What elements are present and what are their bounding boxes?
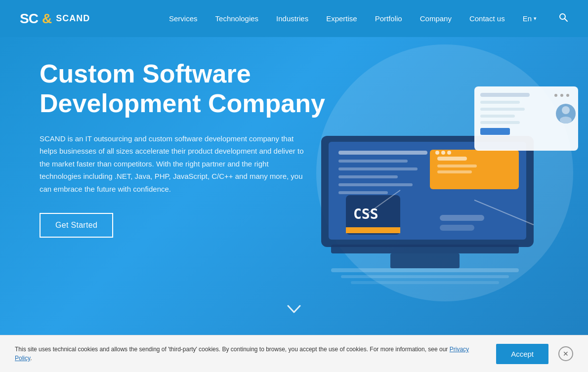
cookie-text: This site uses technical cookies and all… — [15, 345, 486, 363]
svg-rect-18 — [480, 93, 530, 97]
svg-rect-20 — [480, 108, 525, 111]
svg-point-26 — [566, 94, 569, 97]
logo-sc: SC — [20, 11, 38, 27]
cookie-banner: This site uses technical cookies and all… — [0, 335, 588, 372]
hero-description: SCAND is an IT outsourcing and custom so… — [40, 132, 311, 196]
svg-rect-39 — [351, 281, 499, 284]
svg-rect-1 — [390, 253, 460, 268]
svg-rect-21 — [480, 115, 515, 118]
accept-cookies-button[interactable]: Accept — [496, 344, 548, 364]
get-started-button[interactable]: Get Started — [40, 213, 113, 238]
svg-rect-12 — [437, 165, 477, 167]
svg-rect-22 — [480, 121, 520, 124]
close-cookie-button[interactable]: ✕ — [558, 346, 573, 361]
main-nav: Services Technologies Industries Experti… — [169, 12, 568, 25]
svg-rect-23 — [480, 128, 510, 135]
logo-ampersand: & — [42, 11, 52, 27]
search-button[interactable] — [558, 12, 568, 25]
nav-item-portfolio[interactable]: Portfolio — [375, 14, 402, 23]
svg-point-25 — [560, 94, 563, 97]
nav-item-services[interactable]: Services — [169, 14, 198, 23]
nav-item-technologies[interactable]: Technologies — [215, 14, 259, 23]
close-icon: ✕ — [563, 350, 569, 358]
svg-point-16 — [447, 151, 451, 155]
logo-name: SCAND — [56, 13, 90, 24]
scroll-down-button[interactable] — [287, 302, 301, 318]
nav-item-expertise[interactable]: Expertise — [326, 14, 357, 23]
nav-item-industries[interactable]: Industries — [276, 14, 308, 23]
language-selector[interactable]: En ▾ — [523, 14, 537, 23]
hero-content: Custom Software Development Company SCAN… — [40, 59, 385, 238]
hero-title: Custom Software Development Company — [40, 59, 385, 119]
svg-line-41 — [565, 19, 568, 22]
logo-area[interactable]: SC& SCAND — [20, 11, 90, 27]
svg-rect-37 — [331, 268, 519, 272]
nav-item-company[interactable]: Company — [420, 14, 452, 23]
svg-rect-10 — [430, 150, 519, 189]
cookie-text-main: This site uses technical cookies and all… — [15, 346, 448, 353]
chevron-down-scroll-icon — [287, 304, 301, 314]
svg-rect-19 — [480, 101, 520, 104]
svg-rect-36 — [440, 225, 474, 231]
svg-point-29 — [560, 117, 572, 124]
main-header: SC& SCAND Services Technologies Industri… — [0, 0, 588, 37]
svg-rect-38 — [341, 275, 509, 278]
svg-rect-35 — [440, 215, 484, 221]
svg-rect-11 — [437, 157, 467, 161]
svg-point-28 — [562, 106, 570, 114]
nav-item-contact[interactable]: Contact us — [469, 14, 505, 23]
svg-point-24 — [554, 94, 557, 97]
svg-point-15 — [441, 151, 445, 155]
lang-label: En — [523, 14, 532, 23]
search-icon — [558, 12, 568, 22]
svg-point-14 — [435, 151, 439, 155]
svg-rect-13 — [437, 170, 472, 173]
chevron-down-icon: ▾ — [534, 15, 537, 22]
